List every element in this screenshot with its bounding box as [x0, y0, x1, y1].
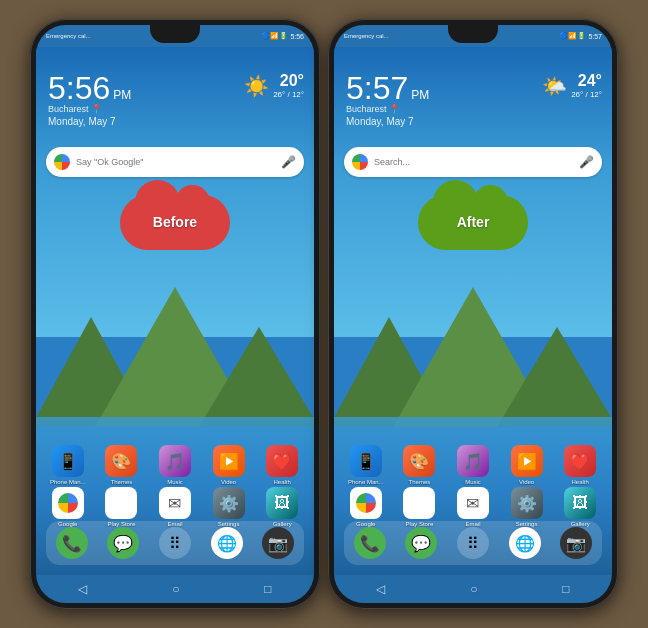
app-themes-before[interactable]: 🎨 Themes: [99, 445, 143, 485]
dock-messages-before[interactable]: 💬: [107, 527, 139, 559]
page-dots-after: [466, 512, 480, 517]
phone-screen-after: Emergency cal... 🔵📶🔋 5:57: [334, 25, 612, 603]
cloud-before: Before: [120, 195, 230, 250]
app-video-before[interactable]: ▶️ Video: [207, 445, 251, 485]
app-row-1-after: 📱 Phone Man... 🎨 Themes 🎵 Music ▶️ Video: [339, 445, 607, 485]
nav-bar-before: ◁ ○ □: [36, 575, 314, 603]
page-background: Emergency cal... 🔵📶🔋 5:56: [0, 0, 648, 628]
cloud-after: After: [418, 195, 528, 250]
mic-icon-before: 🎤: [281, 155, 296, 169]
nav-back-after[interactable]: ◁: [376, 582, 385, 596]
search-placeholder-after: Search...: [374, 157, 573, 167]
ampm-before: PM: [113, 88, 131, 102]
google-logo-after: [352, 154, 368, 170]
dock-chrome-before[interactable]: 🌐: [211, 527, 243, 559]
weather-range-before: 26° / 12°: [273, 90, 304, 99]
date-after: Monday, May 7: [346, 116, 429, 127]
status-icons-before: 🔵📶🔋: [261, 32, 288, 40]
nav-bar-after: ◁ ○ □: [334, 575, 612, 603]
dock-camera-before[interactable]: 📷: [262, 527, 294, 559]
weather-icon-before: ☀️: [244, 74, 269, 98]
cloud-label-after: After: [457, 214, 490, 230]
app-health-after[interactable]: ❤️ Health: [558, 445, 602, 485]
dock-before: 📞 💬 ⠿ 🌐 📷: [46, 521, 304, 565]
emergency-call-before: Emergency cal...: [46, 33, 91, 39]
dock-apps-before[interactable]: ⠿: [159, 527, 191, 559]
time-display-after: 5:57: [346, 72, 408, 104]
nav-recents-before[interactable]: □: [264, 582, 271, 596]
phone-screen-before: Emergency cal... 🔵📶🔋 5:56: [36, 25, 314, 603]
dock-after: 📞 💬 ⠿ 🌐 📷: [344, 521, 602, 565]
status-time-after: 5:57: [588, 33, 602, 40]
weather-range-after: 26° / 12°: [571, 90, 602, 99]
weather-icon-after: 🌤️: [542, 74, 567, 98]
location-after: Bucharest 📍: [346, 104, 429, 114]
dock-camera-after[interactable]: 📷: [560, 527, 592, 559]
nav-home-after[interactable]: ○: [470, 582, 477, 596]
weather-temp-before: 20°: [273, 72, 304, 90]
status-icons-after: 🔵📶🔋: [559, 32, 586, 40]
search-bar-before[interactable]: Say "Ok Google" 🎤: [46, 147, 304, 177]
app-phone-manager-after[interactable]: 📱 Phone Man...: [344, 445, 388, 485]
search-bar-after[interactable]: Search... 🎤: [344, 147, 602, 177]
nav-recents-after[interactable]: □: [562, 582, 569, 596]
ampm-after: PM: [411, 88, 429, 102]
app-video-after[interactable]: ▶️ Video: [505, 445, 549, 485]
dock-messages-after[interactable]: 💬: [405, 527, 437, 559]
search-placeholder-before: Say "Ok Google": [76, 157, 275, 167]
wallpaper-before: 5:56 PM Bucharest 📍 Monday, May 7 ☀️ 20°…: [36, 47, 314, 575]
app-themes-after[interactable]: 🎨 Themes: [397, 445, 441, 485]
app-health-before[interactable]: ❤️ Health: [260, 445, 304, 485]
nav-back-before[interactable]: ◁: [78, 582, 87, 596]
mic-icon-after: 🎤: [579, 155, 594, 169]
emergency-call-after: Emergency cal...: [344, 33, 389, 39]
cloud-label-before: Before: [153, 214, 197, 230]
status-time-before: 5:56: [290, 33, 304, 40]
app-row-1-before: 📱 Phone Man... 🎨 Themes 🎵 Music ▶️ Video: [41, 445, 309, 485]
page-dots-before: [164, 512, 187, 517]
nav-home-before[interactable]: ○: [172, 582, 179, 596]
app-music-after[interactable]: 🎵 Music: [451, 445, 495, 485]
notch-after: [448, 25, 498, 43]
date-before: Monday, May 7: [48, 116, 131, 127]
app-phone-manager-before[interactable]: 📱 Phone Man...: [46, 445, 90, 485]
time-widget-before: 5:56 PM Bucharest 📍 Monday, May 7: [48, 72, 131, 127]
dock-apps-after[interactable]: ⠿: [457, 527, 489, 559]
weather-widget-after: 🌤️ 24° 26° / 12°: [542, 72, 602, 99]
weather-widget-before: ☀️ 20° 26° / 12°: [244, 72, 304, 99]
time-widget-after: 5:57 PM Bucharest 📍 Monday, May 7: [346, 72, 429, 127]
notch-before: [150, 25, 200, 43]
dock-phone-after[interactable]: 📞: [354, 527, 386, 559]
dock-chrome-after[interactable]: 🌐: [509, 527, 541, 559]
dock-phone-before[interactable]: 📞: [56, 527, 88, 559]
weather-temp-after: 24°: [571, 72, 602, 90]
wallpaper-after: 5:57 PM Bucharest 📍 Monday, May 7 🌤️ 24°…: [334, 47, 612, 575]
phone-after: Emergency cal... 🔵📶🔋 5:57: [328, 19, 618, 609]
google-logo-before: [54, 154, 70, 170]
location-before: Bucharest 📍: [48, 104, 131, 114]
app-music-before[interactable]: 🎵 Music: [153, 445, 197, 485]
time-display-before: 5:56: [48, 72, 110, 104]
phone-before: Emergency cal... 🔵📶🔋 5:56: [30, 19, 320, 609]
